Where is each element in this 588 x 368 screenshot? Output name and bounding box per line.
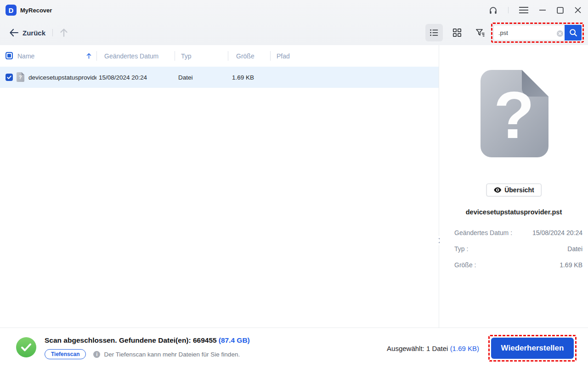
column-header-size[interactable]: Größe bbox=[236, 45, 254, 67]
selected-label: Ausgewählt: 1 Datei bbox=[387, 345, 448, 352]
recover-highlight: Wiederherstellen bbox=[488, 335, 577, 362]
preview-filename: devicesetupstatusprovider.pst bbox=[440, 208, 588, 216]
toolbar-separator bbox=[52, 29, 53, 36]
back-arrow-icon bbox=[9, 29, 18, 37]
deep-scan-hint: Der Tiefenscan kann mehr Dateien für Sie… bbox=[104, 351, 240, 358]
detail-label: Größe : bbox=[454, 261, 476, 269]
detail-row-size: Größe : 1.69 KB bbox=[454, 260, 582, 270]
search-icon bbox=[569, 29, 577, 37]
back-group: Zurück bbox=[9, 20, 68, 45]
column-header-path[interactable]: Pfad bbox=[277, 45, 290, 67]
headset-icon[interactable] bbox=[489, 6, 498, 15]
clear-icon[interactable] bbox=[557, 30, 563, 37]
app-logo: D bbox=[6, 5, 17, 16]
detail-value: 1.69 KB bbox=[560, 261, 582, 269]
grid-view-button[interactable] bbox=[448, 24, 466, 41]
selected-size: (1.69 KB) bbox=[450, 345, 479, 352]
column-divider bbox=[270, 51, 271, 61]
overview-label: Übersicht bbox=[504, 186, 534, 194]
filter-icon bbox=[475, 28, 485, 37]
svg-text:?: ? bbox=[19, 75, 22, 80]
titlebar: D MyRecover bbox=[0, 0, 588, 20]
up-button[interactable] bbox=[60, 28, 68, 37]
table-header: Name Geändertes Datum Typ Größe Pfad bbox=[0, 45, 439, 67]
app-logo-letter: D bbox=[9, 6, 14, 14]
maximize-icon[interactable] bbox=[557, 7, 564, 14]
file-unknown-icon: ? bbox=[17, 72, 24, 83]
detail-value: 15/08/2024 20:24 bbox=[532, 229, 582, 236]
search-box bbox=[493, 25, 582, 40]
cell-name: devicesetupstatusprovide... bbox=[28, 67, 96, 88]
scan-size: (87.4 GB) bbox=[219, 336, 250, 344]
deep-scan-button[interactable]: Tiefenscan bbox=[45, 349, 86, 359]
back-label: Zurück bbox=[23, 29, 45, 37]
preview-panel: ? Übersicht devicesetupstatusprovider.ps… bbox=[440, 45, 588, 328]
info-icon: i bbox=[93, 351, 100, 358]
titlebar-divider bbox=[508, 7, 509, 13]
list-view-icon bbox=[430, 28, 439, 37]
search-button[interactable] bbox=[565, 25, 582, 40]
svg-text:?: ? bbox=[493, 78, 534, 152]
recover-button[interactable]: Wiederherstellen bbox=[491, 338, 574, 359]
window-controls bbox=[489, 0, 582, 20]
success-check-icon bbox=[16, 337, 36, 357]
table-row[interactable]: ? devicesetupstatusprovide... 15/08/2024… bbox=[0, 67, 439, 88]
selected-summary: Ausgewählt: 1 Datei (1.69 KB) bbox=[387, 345, 479, 352]
app-title: MyRecover bbox=[20, 0, 52, 20]
select-all-checkbox[interactable] bbox=[6, 52, 13, 59]
scan-status: Scan abgeschlossen. Gefundene Datei(en):… bbox=[45, 336, 250, 359]
detail-row-type: Typ : Datei bbox=[454, 244, 582, 253]
file-details: Geändertes Datum : 15/08/2024 20:24 Typ … bbox=[454, 228, 582, 276]
column-header-modified[interactable]: Geändertes Datum bbox=[104, 45, 158, 67]
file-list: Name Geändertes Datum Typ Größe Pfad bbox=[0, 45, 439, 328]
check-icon bbox=[6, 75, 12, 80]
back-button[interactable]: Zurück bbox=[9, 29, 45, 37]
column-divider bbox=[175, 51, 175, 61]
menu-icon[interactable] bbox=[519, 6, 528, 14]
toolbar: Zurück bbox=[0, 20, 588, 45]
myrecover-window: D MyRecover bbox=[0, 0, 588, 368]
file-preview-icon: ? bbox=[480, 70, 548, 159]
row-checkbox[interactable] bbox=[6, 74, 13, 81]
status-right: Ausgewählt: 1 Datei (1.69 KB) Wiederhers… bbox=[387, 328, 577, 368]
deep-scan-line: Tiefenscan i Der Tiefenscan kann mehr Da… bbox=[45, 349, 250, 359]
cell-size: 1.69 KB bbox=[232, 67, 254, 88]
detail-label: Geändertes Datum : bbox=[454, 229, 512, 236]
detail-row-modified: Geändertes Datum : 15/08/2024 20:24 bbox=[454, 228, 582, 237]
minimize-icon[interactable] bbox=[539, 6, 546, 14]
column-divider bbox=[96, 51, 97, 61]
search-input[interactable] bbox=[493, 25, 565, 40]
filter-button[interactable] bbox=[471, 24, 489, 41]
list-view-button[interactable] bbox=[425, 24, 443, 41]
content-area: Name Geändertes Datum Typ Größe Pfad bbox=[0, 45, 588, 328]
cell-type: Datei bbox=[178, 67, 193, 88]
column-divider bbox=[228, 51, 228, 61]
detail-value: Datei bbox=[567, 245, 582, 253]
eye-icon bbox=[493, 187, 501, 193]
detail-label: Typ : bbox=[454, 245, 468, 253]
up-arrow-icon bbox=[60, 28, 68, 37]
scan-message-line: Scan abgeschlossen. Gefundene Datei(en):… bbox=[45, 336, 250, 345]
column-header-name[interactable]: Name bbox=[17, 45, 34, 67]
window-chrome: D MyRecover bbox=[0, 0, 588, 45]
sort-asc-icon[interactable] bbox=[86, 53, 91, 60]
search-highlight bbox=[491, 23, 584, 43]
scan-message: Scan abgeschlossen. Gefundene Datei(en):… bbox=[45, 336, 217, 344]
checkbox-indeterminate-mark bbox=[7, 54, 11, 58]
cell-modified: 15/08/2024 20:24 bbox=[99, 67, 147, 88]
status-bar: Scan abgeschlossen. Gefundene Datei(en):… bbox=[0, 328, 588, 368]
grid-view-icon bbox=[452, 28, 462, 37]
close-icon[interactable] bbox=[574, 6, 582, 14]
column-header-type[interactable]: Typ bbox=[181, 45, 192, 67]
overview-button[interactable]: Übersicht bbox=[486, 184, 542, 196]
